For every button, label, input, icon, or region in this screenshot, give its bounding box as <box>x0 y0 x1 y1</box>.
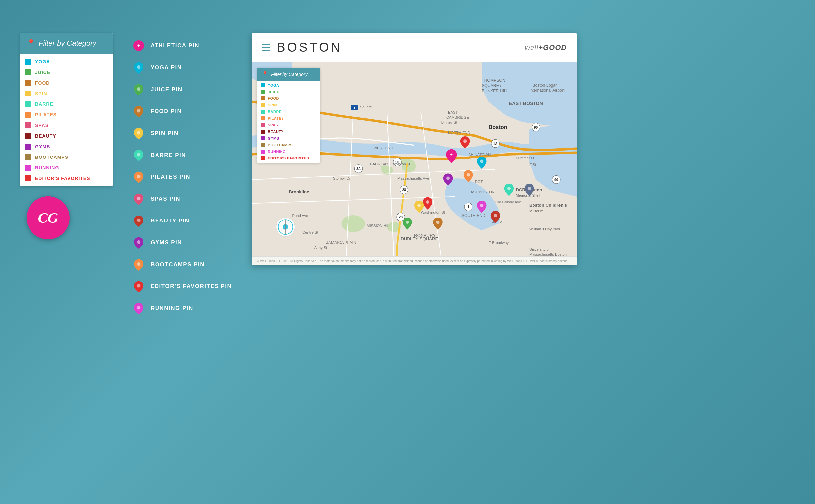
filter-item[interactable]: PILATES <box>20 109 113 120</box>
pin-icon-container <box>133 281 145 292</box>
left-panel: 📍 Filter by Category YOGA JUICE FOOD SPI… <box>20 33 113 239</box>
filter-item[interactable]: SPAS <box>20 120 113 131</box>
map-filter-item[interactable]: BEAUTY <box>257 128 320 135</box>
svg-text:SOUTH END: SOUTH END <box>462 213 485 218</box>
pin-icon-container <box>133 62 145 74</box>
drop-pin-icon <box>134 84 143 95</box>
svg-text:E Broadway: E Broadway <box>489 241 509 245</box>
filter-item[interactable]: GYMS <box>20 141 113 152</box>
color-swatch <box>25 91 31 96</box>
map-filter-item-label: YOGA <box>268 83 279 87</box>
svg-point-99 <box>528 187 531 190</box>
map-filter-item[interactable]: SPIN <box>257 102 320 108</box>
map-color-swatch <box>261 123 265 127</box>
map-filter-item-label: GYMS <box>268 136 279 140</box>
map-filter-item[interactable]: SPAS <box>257 122 320 128</box>
pin-item: SPAS PIN <box>133 193 232 205</box>
filter-item-label: BARRE <box>35 101 53 107</box>
svg-point-97 <box>436 221 440 224</box>
map-filter-overlay-header: 📍 Filter by Category <box>257 68 320 81</box>
svg-text:WEST END: WEST END <box>374 146 393 150</box>
svg-point-15 <box>342 215 365 232</box>
pin-icon-container <box>133 105 145 117</box>
main-container: 📍 Filter by Category YOGA JUICE FOOD SPI… <box>0 0 815 504</box>
svg-text:SQUARE /: SQUARE / <box>482 83 501 88</box>
svg-text:THOMPSON: THOMPSON <box>482 78 505 83</box>
svg-point-3 <box>137 87 141 91</box>
svg-text:Boston Logan: Boston Logan <box>533 83 558 88</box>
svg-text:1: 1 <box>354 106 355 110</box>
svg-text:BACK BAY · Boylston St: BACK BAY · Boylston St <box>370 162 410 166</box>
color-swatch <box>25 59 31 65</box>
map-filter-item-label: BEAUTY <box>268 130 283 134</box>
color-swatch <box>25 175 31 181</box>
filter-box: 📍 Filter by Category YOGA JUICE FOOD SPI… <box>20 33 113 186</box>
pin-item: YOGA PIN <box>133 62 232 74</box>
filter-items-list: YOGA JUICE FOOD SPIN BARRE PILATES SPAS … <box>20 54 113 186</box>
map-brand: well+GOOD <box>525 43 567 52</box>
pin-label: SPAS PIN <box>151 196 180 202</box>
pin-item: SPIN PIN <box>133 127 232 139</box>
filter-item[interactable]: BOOTCAMPS <box>20 152 113 162</box>
svg-point-91 <box>446 177 450 180</box>
pin-item: JUICE PIN <box>133 84 232 95</box>
filter-item[interactable]: SPIN <box>20 88 113 99</box>
filter-item[interactable]: JUICE <box>20 67 113 78</box>
filter-item[interactable]: FOOD <box>20 78 113 88</box>
drop-pin-icon <box>134 281 143 292</box>
filter-item-label: BOOTCAMPS <box>35 155 68 160</box>
svg-point-98 <box>507 187 511 190</box>
map-color-swatch <box>261 130 265 134</box>
drop-pin-icon <box>134 149 143 161</box>
color-swatch <box>25 133 31 139</box>
pin-icon-container <box>133 149 145 161</box>
filter-item[interactable]: YOGA <box>20 56 113 67</box>
pin-icon-container <box>133 215 145 227</box>
color-swatch <box>25 112 31 118</box>
filter-item-label: SPAS <box>35 123 49 128</box>
pin-icon-container <box>133 237 145 249</box>
filter-item[interactable]: RUNNING <box>20 162 113 173</box>
map-color-swatch <box>261 143 265 147</box>
brand-separator: + <box>538 43 543 52</box>
pin-item: BOOTCAMPS PIN <box>133 259 232 271</box>
brand-prefix: well <box>525 43 538 52</box>
pin-icon-container <box>133 302 145 314</box>
map-filter-item[interactable]: RUNNING <box>257 148 320 155</box>
pin-icon-container <box>133 171 145 183</box>
svg-text:Summer St: Summer St <box>516 156 534 160</box>
hamburger-menu[interactable] <box>262 44 270 51</box>
color-swatch <box>25 69 31 75</box>
drop-pin-icon <box>134 193 143 205</box>
svg-point-2 <box>137 65 141 69</box>
filter-item-label: JUICE <box>35 70 50 75</box>
svg-point-87 <box>463 139 467 143</box>
svg-text:CHINATOWN: CHINATOWN <box>469 153 491 157</box>
map-filter-item[interactable]: BARRE <box>257 108 320 115</box>
map-filter-item[interactable]: JUICE <box>257 89 320 95</box>
map-color-swatch <box>261 110 265 114</box>
map-filter-item[interactable]: PILATES <box>257 115 320 122</box>
filter-item[interactable]: BEAUTY <box>20 131 113 141</box>
svg-text:BUNKER HILL: BUNKER HILL <box>482 89 509 93</box>
color-swatch <box>25 122 31 128</box>
pin-label: FOOD PIN <box>151 108 182 115</box>
svg-text:MISSION HILL: MISSION HILL <box>367 224 391 228</box>
map-filter-item[interactable]: EDITOR'S FAVORITES <box>257 155 320 161</box>
pin-icon-container: ✦ <box>133 40 145 52</box>
svg-text:Binney St: Binney St <box>441 120 458 124</box>
map-filter-item[interactable]: FOOD <box>257 95 320 102</box>
filter-item-label: EDITOR'S FAVORITES <box>35 176 90 181</box>
cg-logo[interactable]: CG <box>27 196 70 239</box>
map-filter-item[interactable]: BOOTCAMPS <box>257 142 320 148</box>
map-header: BOSTON well+GOOD <box>252 33 577 62</box>
svg-point-90 <box>467 173 470 176</box>
svg-point-89 <box>480 160 483 163</box>
map-filter-item[interactable]: YOGA <box>257 82 320 89</box>
filter-item[interactable]: BARRE <box>20 99 113 109</box>
brand-suffix: GOOD <box>543 43 567 52</box>
svg-point-10 <box>137 240 141 244</box>
filter-item[interactable]: EDITOR'S FAVORITES <box>20 173 113 184</box>
pin-label: BARRE PIN <box>151 152 186 158</box>
map-filter-item[interactable]: GYMS <box>257 135 320 142</box>
